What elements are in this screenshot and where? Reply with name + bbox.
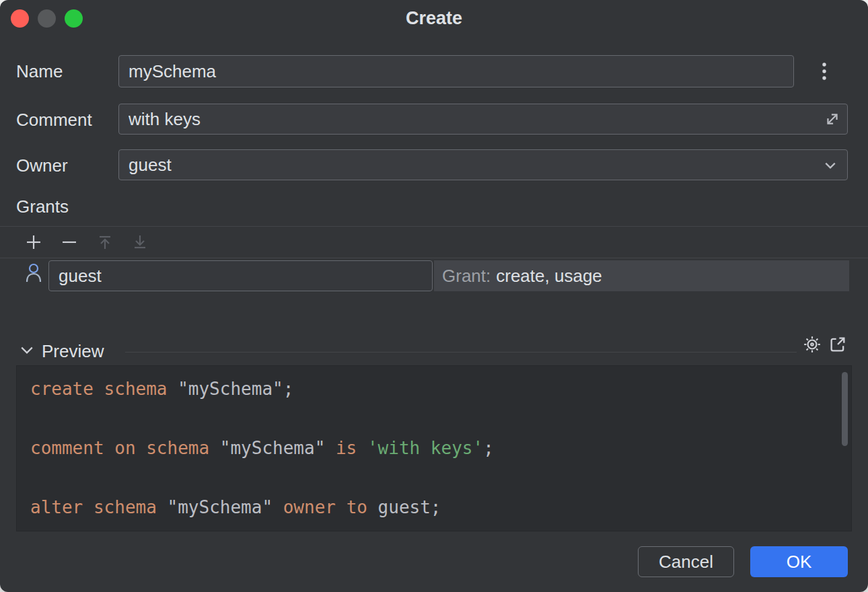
comment-input[interactable] (118, 104, 848, 135)
preview-collapse-toggle[interactable] (20, 346, 35, 355)
move-down-icon (131, 233, 149, 252)
window-title: Create (0, 8, 868, 29)
create-dialog: Create Name Comment Owner guest (0, 0, 868, 592)
grants-label: Grants (16, 196, 69, 217)
move-down-button[interactable] (131, 233, 149, 252)
grant-prefix-label: Grant: (442, 266, 491, 286)
name-input[interactable] (118, 55, 794, 87)
cancel-button[interactable]: Cancel (638, 546, 734, 577)
grant-user-input[interactable] (48, 260, 433, 291)
external-link-icon (828, 335, 847, 354)
comment-label: Comment (16, 110, 92, 131)
code-line: alter schema "mySchema" owner to guest; (30, 492, 838, 522)
move-up-icon (96, 233, 114, 252)
code-line: create schema "mySchema"; (30, 374, 838, 404)
sql-preview-editor: create schema "mySchema"; comment on sch… (16, 365, 852, 531)
move-up-button[interactable] (96, 233, 114, 252)
grant-cell[interactable]: Grant:create, usage (434, 260, 849, 291)
preview-separator (125, 352, 797, 353)
plus-icon (24, 233, 43, 252)
more-options-button[interactable] (814, 62, 834, 81)
user-icon (24, 262, 43, 285)
title-bar: Create (0, 0, 868, 38)
owner-select-value: guest (129, 155, 172, 175)
chevron-down-icon (20, 346, 35, 355)
expand-comment-button[interactable] (824, 110, 841, 128)
owner-label: Owner (16, 155, 68, 176)
grant-value: create, usage (496, 266, 602, 286)
scrollbar-thumb[interactable] (842, 372, 848, 446)
grants-toolbar (0, 226, 868, 258)
code-line: comment on schema "mySchema" is 'with ke… (30, 433, 838, 463)
gear-icon (803, 335, 822, 354)
remove-grant-button[interactable] (60, 233, 79, 252)
chevron-down-icon (824, 161, 836, 170)
owner-select[interactable]: guest (118, 149, 848, 180)
name-label: Name (16, 61, 63, 82)
add-grant-button[interactable] (24, 233, 43, 252)
code-line (30, 404, 838, 433)
expand-icon (824, 111, 840, 127)
grant-row: Grant:create, usage (0, 259, 868, 293)
open-in-editor-button[interactable] (828, 335, 847, 354)
code-content: create schema "mySchema"; comment on sch… (17, 366, 851, 530)
preview-settings-button[interactable] (803, 335, 822, 354)
code-line (30, 463, 838, 492)
minus-icon (60, 233, 79, 252)
kebab-icon (822, 62, 827, 81)
preview-label[interactable]: Preview (42, 341, 104, 362)
ok-button[interactable]: OK (750, 546, 848, 577)
